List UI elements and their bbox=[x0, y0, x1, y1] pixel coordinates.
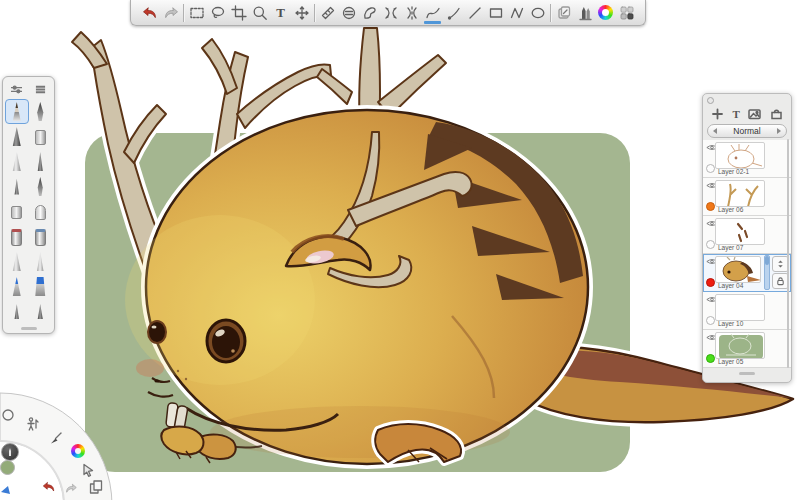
copic-library-icon[interactable] bbox=[553, 1, 574, 25]
draw-ellipse-icon[interactable] bbox=[527, 1, 548, 25]
selection-cursor-icon[interactable] bbox=[81, 463, 95, 477]
layers-panel-titlebar[interactable] bbox=[703, 94, 791, 105]
undo-icon[interactable] bbox=[139, 1, 160, 25]
current-color-puck[interactable] bbox=[0, 460, 15, 475]
layer-label: Layer 10 bbox=[718, 320, 743, 327]
lagoon-undo-icon[interactable] bbox=[40, 480, 58, 494]
layer-label: Layer 04 bbox=[718, 282, 743, 289]
brush-sets-icon[interactable] bbox=[29, 79, 53, 99]
corner-widgets-icon[interactable] bbox=[616, 1, 637, 25]
layer-color-dot[interactable] bbox=[706, 278, 715, 287]
steering-puck-icon[interactable] bbox=[1, 408, 15, 422]
layer-row[interactable]: Layer 10 bbox=[703, 292, 791, 330]
layers-panel-footer bbox=[703, 368, 791, 380]
layers-panel: T Normal Layer 02-1 L bbox=[702, 93, 792, 383]
move-icon[interactable] bbox=[291, 1, 312, 25]
layer-color-dot[interactable] bbox=[706, 240, 715, 249]
layer-thumbnail[interactable] bbox=[715, 294, 765, 321]
layer-color-dot[interactable] bbox=[706, 202, 715, 211]
corner-lagoon bbox=[0, 370, 130, 500]
layer-color-dot[interactable] bbox=[706, 316, 715, 325]
text-tool-icon[interactable]: T bbox=[270, 1, 291, 25]
brush-grid bbox=[5, 99, 52, 324]
layer-label: Layer 06 bbox=[718, 206, 743, 213]
pages-icon[interactable] bbox=[89, 480, 103, 494]
brush-paintbrush-alt[interactable] bbox=[29, 249, 53, 274]
crop-icon[interactable] bbox=[228, 1, 249, 25]
draw-rectangle-icon[interactable] bbox=[485, 1, 506, 25]
brush-flat-blue[interactable] bbox=[29, 274, 53, 299]
symmetry-x-icon[interactable] bbox=[380, 1, 401, 25]
add-layer-icon[interactable] bbox=[711, 108, 724, 120]
brush-ink-pen[interactable] bbox=[5, 174, 29, 199]
brush-marker[interactable] bbox=[29, 124, 53, 149]
panel-close-icon[interactable] bbox=[707, 97, 714, 104]
lagoon-brush-icon[interactable] bbox=[49, 431, 63, 445]
layer-thumbnail[interactable] bbox=[715, 218, 765, 245]
blend-next-icon[interactable] bbox=[777, 128, 781, 134]
layer-row[interactable]: Layer 02-1 bbox=[703, 140, 791, 178]
layers-scrollbar[interactable] bbox=[787, 139, 789, 368]
brush-ruling-pen[interactable] bbox=[29, 174, 53, 199]
draw-polyline-icon[interactable] bbox=[506, 1, 527, 25]
layer-row-selected[interactable]: Layer 04 bbox=[703, 254, 791, 292]
brush-technical-pen[interactable] bbox=[29, 99, 53, 124]
layer-thumbnail[interactable] bbox=[715, 332, 765, 359]
blend-mode-dropdown[interactable]: Normal bbox=[707, 124, 787, 138]
draw-stroke-icon[interactable] bbox=[443, 1, 464, 25]
lagoon-color-wheel-icon[interactable] bbox=[71, 444, 85, 458]
brush-library-icon[interactable] bbox=[574, 1, 595, 25]
layer-color-dot[interactable] bbox=[706, 354, 715, 363]
app-window: T bbox=[0, 0, 800, 500]
layer-thumbnail[interactable] bbox=[715, 142, 765, 169]
layer-thumbnail[interactable] bbox=[715, 256, 761, 283]
redo-icon[interactable] bbox=[160, 1, 181, 25]
toolbar-separator bbox=[550, 4, 551, 22]
color-wheel-icon[interactable] bbox=[595, 1, 616, 25]
brush-paint-tube[interactable] bbox=[5, 224, 29, 249]
ellipse-guide-icon[interactable] bbox=[338, 1, 359, 25]
draw-line-icon[interactable] bbox=[464, 1, 485, 25]
brush-detail-pen-alt[interactable] bbox=[29, 299, 53, 324]
brush-blue-tip[interactable] bbox=[5, 274, 29, 299]
toolbar-separator bbox=[183, 4, 184, 22]
layer-color-dot[interactable] bbox=[706, 164, 715, 173]
brush-puck[interactable] bbox=[1, 443, 19, 461]
layer-row[interactable]: Layer 05 bbox=[703, 330, 791, 368]
layer-row[interactable]: Layer 07 bbox=[703, 216, 791, 254]
hidden-pen-icon bbox=[1, 486, 10, 494]
text-layer-icon[interactable]: T bbox=[733, 109, 740, 120]
brush-settings-icon[interactable] bbox=[5, 79, 29, 99]
brush-detail-pen[interactable] bbox=[5, 299, 29, 324]
layer-label: Layer 05 bbox=[718, 358, 743, 365]
ruler-icon[interactable] bbox=[317, 1, 338, 25]
draw-curve-icon[interactable] bbox=[422, 1, 443, 25]
symmetry-y-icon[interactable] bbox=[401, 1, 422, 25]
brush-palette bbox=[2, 76, 55, 334]
lasso-select-icon[interactable] bbox=[207, 1, 228, 25]
brush-hard-eraser[interactable] bbox=[5, 199, 29, 224]
blend-mode-value: Normal bbox=[733, 126, 760, 136]
palette-drag-handle[interactable] bbox=[21, 327, 37, 330]
zoom-icon[interactable] bbox=[249, 1, 270, 25]
french-curve-icon[interactable] bbox=[359, 1, 380, 25]
layer-label: Layer 07 bbox=[718, 244, 743, 251]
layer-opacity-slider[interactable] bbox=[764, 255, 770, 290]
brush-airbrush[interactable] bbox=[5, 149, 29, 174]
main-toolbar: T bbox=[130, 0, 646, 26]
brush-paintbrush[interactable] bbox=[5, 249, 29, 274]
brush-pencil[interactable] bbox=[5, 99, 29, 124]
brush-soft-eraser[interactable] bbox=[29, 199, 53, 224]
lagoon-redo-icon[interactable] bbox=[63, 482, 79, 496]
brush-fine-liner[interactable] bbox=[29, 149, 53, 174]
layer-bag-icon[interactable] bbox=[770, 108, 783, 120]
panel-resize-grip[interactable] bbox=[739, 372, 755, 375]
rectangle-select-icon[interactable] bbox=[186, 1, 207, 25]
brush-chisel-marker[interactable] bbox=[5, 124, 29, 149]
layer-thumbnail[interactable] bbox=[715, 180, 765, 207]
layer-row[interactable]: Layer 06 bbox=[703, 178, 791, 216]
blend-prev-icon[interactable] bbox=[713, 128, 717, 134]
import-image-icon[interactable] bbox=[748, 108, 761, 120]
brush-paint-tube-alt[interactable] bbox=[29, 224, 53, 249]
transform-puppet-icon[interactable] bbox=[26, 417, 40, 431]
